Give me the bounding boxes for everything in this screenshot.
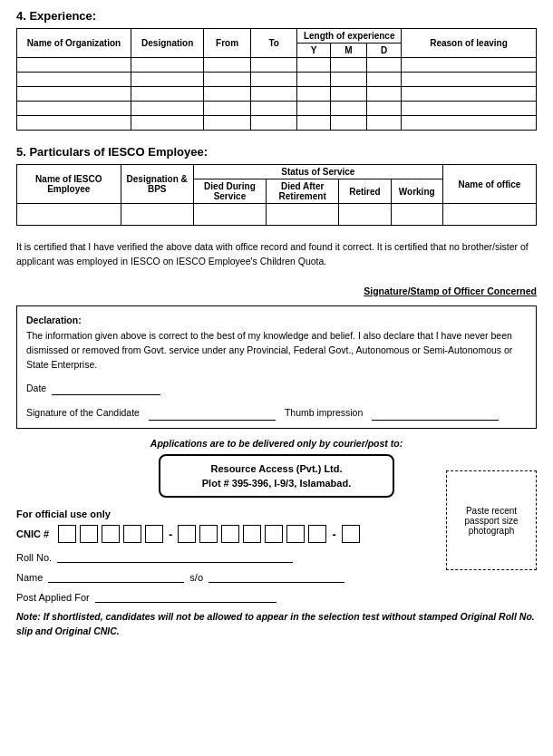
experience-table: Name of Organization Designation From To… [16,28,537,131]
cnic-box-7[interactable] [199,525,218,543]
cnic-box-10[interactable] [265,525,283,543]
address-box: Resource Access (Pvt.) Ltd. Plot # 395-3… [159,454,394,498]
iesco-col-status: Status of Service [193,165,442,179]
certification-text: It is certified that I have verified the… [16,240,537,269]
so-field[interactable] [209,570,344,583]
sig-field[interactable] [149,408,276,421]
table-row [17,87,537,102]
iesco-table: Name of IESCO Employee Designation & BPS… [16,164,537,226]
exp-col-y: Y [297,44,330,58]
table-row [17,73,537,87]
company-address: Plot # 395-396, I-9/3, Islamabad. [173,478,380,489]
iesco-col-desig: Designation & BPS [121,165,193,204]
declaration-box: Declaration: The information given above… [16,305,537,430]
exp-col-desig: Designation [131,29,204,58]
declaration-title: Declaration: [26,314,527,328]
exp-col-from: From [204,29,251,58]
table-row [17,204,537,226]
section5-title: 5. Particulars of IESCO Employee: [16,145,537,159]
post-field[interactable] [95,590,276,603]
post-row: Post Applied For [16,590,537,603]
name-so-row: Name s/o [16,570,537,583]
roll-field[interactable] [57,550,293,563]
iesco-died-after: Died After Retirement [267,179,339,204]
cnic-box-5[interactable] [145,525,163,543]
thumb-label: Thumb impression [285,406,363,421]
courier-instruction: Applications are to be delivered only by… [16,438,537,449]
cnic-box-11[interactable] [286,525,305,543]
cnic-box-6[interactable] [178,525,196,543]
cnic-dash-1: - [169,528,172,541]
declaration-text: The information given above is correct t… [26,329,527,372]
note-text: Note: If shortlisted, candidates will no… [16,610,537,639]
sig-thumb-row: Signature of the Candidate Thumb impress… [26,406,527,421]
section-iesco: 5. Particulars of IESCO Employee: Name o… [16,145,537,226]
company-name: Resource Access (Pvt.) Ltd. [173,463,380,474]
date-row: Date [26,382,527,396]
cnic-box-1[interactable] [58,525,76,543]
cnic-box-2[interactable] [80,525,98,543]
roll-label: Roll No. [16,552,52,563]
iesco-died-during: Died During Service [193,179,266,204]
date-label: Date [26,382,46,396]
photo-label: Paste recent passport size photograph [452,506,530,536]
photo-box: Paste recent passport size photograph [446,470,537,570]
exp-col-to: To [250,29,297,58]
date-field[interactable] [52,383,160,395]
official-section: For official use only Paste recent passp… [16,509,537,603]
cnic-box-12[interactable] [308,525,326,543]
cnic-box-8[interactable] [221,525,239,543]
name-label: Name [16,572,43,583]
roll-row: Roll No. [16,550,437,563]
section-experience: 4. Experience: Name of Organization Desi… [16,9,537,131]
cnic-box-3[interactable] [102,525,120,543]
name-field[interactable] [48,570,184,583]
section4-title: 4. Experience: [16,9,537,23]
so-label: s/o [189,572,203,583]
sig-label: Signature of the Candidate [26,406,140,421]
iesco-retired: Retired [339,179,391,204]
exp-col-reason: Reason of leaving [401,29,536,58]
post-label: Post Applied For [16,592,90,603]
cnic-dash-2: - [332,528,335,541]
exp-col-length: Length of experience [297,29,402,44]
iesco-col-name: Name of IESCO Employee [17,165,121,204]
exp-col-org: Name of Organization [17,29,131,58]
cnic-label: CNIC # [16,528,49,539]
table-row [17,116,537,131]
cnic-box-13[interactable] [342,525,360,543]
thumb-field[interactable] [372,408,499,421]
exp-col-d: D [367,44,402,58]
signature-label: Signature/Stamp of Officer Concerned [16,286,537,296]
cnic-box-9[interactable] [243,525,261,543]
iesco-col-office: Name of office [442,165,536,204]
cnic-box-4[interactable] [123,525,141,543]
iesco-working: Working [391,179,442,204]
table-row [17,58,537,73]
exp-col-m: M [330,44,366,58]
cnic-row: CNIC # - - [16,525,437,543]
table-row [17,102,537,116]
